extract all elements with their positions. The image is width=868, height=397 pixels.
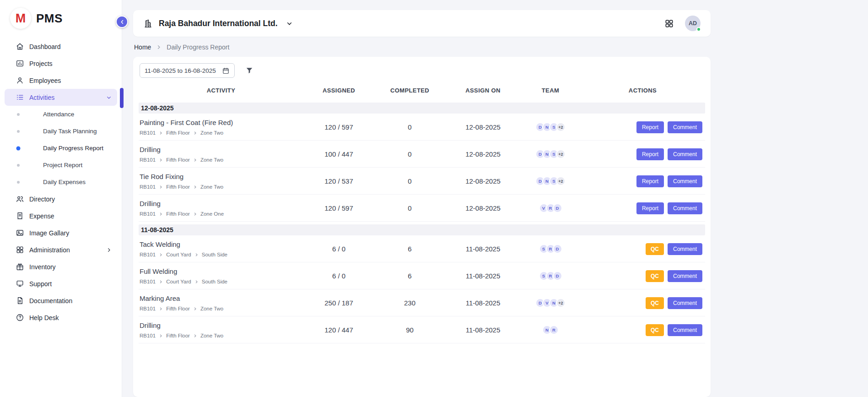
projects-icon <box>16 59 24 68</box>
assign-on-date: 12-08-2025 <box>445 204 521 212</box>
bullet-dot-icon <box>17 113 20 116</box>
report-button[interactable]: Report <box>636 202 664 214</box>
comment-button[interactable]: Comment <box>668 175 702 187</box>
chevron-right-icon <box>159 280 163 284</box>
sidebar-item-label: Image Gallary <box>29 229 69 237</box>
date-range-value: 11-08-2025 to 16-08-2025 <box>145 67 216 74</box>
completed-value: 6 <box>374 245 445 253</box>
path-segment: Court Yard <box>166 252 191 257</box>
sidebar-item-activities[interactable]: Activities <box>5 89 117 106</box>
activity-name: Marking Area <box>140 294 303 302</box>
assigned-value: 120 / 537 <box>303 177 374 185</box>
sidebar-item-directory[interactable]: Directory <box>5 190 117 207</box>
assigned-value: 6 / 0 <box>303 272 374 280</box>
sidebar-collapse-button[interactable] <box>116 16 128 28</box>
completed-value: 0 <box>374 150 445 158</box>
qc-button[interactable]: QC <box>646 243 664 255</box>
sidebar-subitem-daily-expenses[interactable]: Daily Expenses <box>0 174 122 190</box>
path-segment: Fifth Floor <box>166 184 190 190</box>
chevron-right-icon <box>193 307 197 311</box>
assign-on-date: 11-08-2025 <box>445 326 521 334</box>
completed-value: 90 <box>374 326 445 334</box>
chevron-down-icon <box>286 20 293 27</box>
sidebar-subitem-daily-progress-report[interactable]: Daily Progress Report <box>0 140 122 157</box>
comment-button[interactable]: Comment <box>668 324 702 336</box>
chevron-right-icon <box>159 212 163 216</box>
report-button[interactable]: Report <box>636 175 664 187</box>
sidebar-item-dashboard[interactable]: Dashboard <box>5 38 117 55</box>
filter-icon[interactable] <box>245 66 254 75</box>
sidebar-item-label: Expense <box>29 212 54 220</box>
report-button[interactable]: Report <box>636 148 664 160</box>
team-member-chip: D <box>553 271 562 281</box>
sidebar-item-administration[interactable]: Administration <box>5 241 117 258</box>
qc-button[interactable]: QC <box>646 297 664 309</box>
user-menu[interactable]: AD <box>685 16 701 31</box>
table-row: Full WeldingRB101Court YardSouth Side6 /… <box>139 262 705 289</box>
team-avatars: DNS+2 <box>521 176 580 186</box>
column-header-actions: ACTIONS <box>580 87 705 94</box>
group-date-header: 11-08-2025 <box>139 224 705 235</box>
path-segment: Zone One <box>200 211 224 217</box>
sidebar-item-image-gallary[interactable]: Image Gallary <box>5 224 117 241</box>
sidebar-item-employees[interactable]: Employees <box>5 72 117 89</box>
comment-button[interactable]: Comment <box>668 202 702 214</box>
company-selector[interactable]: Raja Bahadur International Ltd. <box>143 19 293 28</box>
path-segment: RB101 <box>140 252 156 257</box>
expense-icon <box>16 212 24 220</box>
qc-button[interactable]: QC <box>646 270 664 282</box>
team-avatars: DNS+2 <box>521 149 580 159</box>
chevron-right-icon <box>193 131 197 135</box>
sidebar-subitem-project-report[interactable]: Project Report <box>0 157 122 174</box>
team-extra-count-chip: +2 <box>556 149 566 159</box>
sidebar-item-label: Directory <box>29 196 55 203</box>
company-name: Raja Bahadur International Ltd. <box>159 19 278 28</box>
column-header-team: TEAM <box>521 87 580 94</box>
sidebar-item-projects[interactable]: Projects <box>5 55 117 72</box>
assigned-value: 120 / 447 <box>303 326 374 334</box>
sidebar-item-label: Dashboard <box>29 43 61 50</box>
bullet-dot-icon <box>17 130 20 133</box>
bullet-dot-icon <box>17 181 20 184</box>
directory-icon <box>16 195 24 203</box>
path-segment: Court Yard <box>166 279 191 284</box>
chevron-right-icon <box>159 131 163 135</box>
sidebar-item-help-desk[interactable]: Help Desk <box>5 309 117 326</box>
activity-name: Drilling <box>140 146 303 153</box>
comment-button[interactable]: Comment <box>668 297 702 309</box>
main-area: Raja Bahadur International Ltd. AD Home <box>122 0 868 397</box>
path-segment: RB101 <box>140 333 156 338</box>
report-button[interactable]: Report <box>636 121 664 133</box>
comment-button[interactable]: Comment <box>668 270 702 282</box>
path-segment: South Side <box>202 279 227 284</box>
apps-grid-icon[interactable] <box>664 19 674 28</box>
home-icon <box>16 42 24 51</box>
comment-button[interactable]: Comment <box>668 243 702 255</box>
qc-button[interactable]: QC <box>646 324 664 336</box>
sidebar-subitem-daily-task-planning[interactable]: Daily Task Planning <box>0 123 122 140</box>
assigned-value: 6 / 0 <box>303 245 374 253</box>
comment-button[interactable]: Comment <box>668 148 702 160</box>
report-card: 11-08-2025 to 16-08-2025 ACTIVITYASSIGNE… <box>133 57 711 397</box>
sidebar-item-expense[interactable]: Expense <box>5 207 117 224</box>
date-range-input[interactable]: 11-08-2025 to 16-08-2025 <box>140 63 235 78</box>
sidebar-item-support[interactable]: Support <box>5 275 117 292</box>
sidebar-subitem-attendance[interactable]: Attendance <box>0 106 122 123</box>
team-extra-count-chip: +2 <box>556 176 566 186</box>
activity-name: Tack Welding <box>140 240 303 248</box>
sidebar-item-inventory[interactable]: Inventory <box>5 258 117 275</box>
breadcrumb-home-link[interactable]: Home <box>134 44 151 51</box>
sidebar-item-label: Administration <box>29 246 70 254</box>
sidebar: M PMS DashboardProjectsEmployeesActiviti… <box>0 0 122 397</box>
table-row: DrillingRB101Fifth FloorZone Two120 / 44… <box>139 316 705 343</box>
column-header-completed: COMPLETED <box>374 87 445 94</box>
chevron-right-icon <box>193 158 197 162</box>
sidebar-item-documentation[interactable]: Documentation <box>5 292 117 309</box>
path-segment: Fifth Floor <box>166 306 190 311</box>
documentation-icon <box>16 296 24 305</box>
path-segment: RB101 <box>140 279 156 284</box>
path-segment: Fifth Floor <box>166 333 190 338</box>
path-segment: RB101 <box>140 157 156 163</box>
comment-button[interactable]: Comment <box>668 121 702 133</box>
team-extra-count-chip: +2 <box>556 298 566 308</box>
